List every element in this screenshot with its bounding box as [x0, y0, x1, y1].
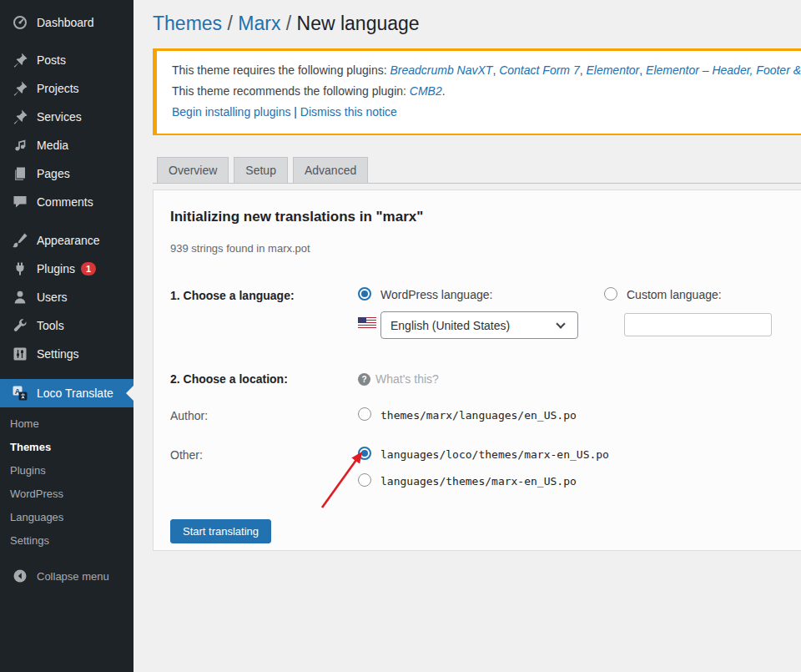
custom-language-input[interactable]	[624, 313, 772, 336]
recommends-text: This theme recommends the following plug…	[172, 84, 410, 98]
sidebar-item-users[interactable]: Users	[0, 283, 134, 311]
tools-icon	[12, 317, 28, 334]
menu-label: Services	[37, 110, 82, 124]
loco-translate-icon: A	[12, 385, 28, 402]
collapse-menu-button[interactable]: Collapse menu	[0, 564, 134, 588]
dashboard-icon	[12, 14, 28, 31]
whats-this-link[interactable]: ? What's this?	[358, 372, 439, 386]
sidebar-item-appearance[interactable]: Appearance	[0, 226, 134, 255]
plugin-link-cmb2[interactable]: CMB2	[410, 84, 442, 98]
plugins-icon	[12, 260, 28, 277]
start-translating-button[interactable]: Start translating	[170, 519, 271, 543]
wordpress-admin: Dashboard Posts Projects Services	[0, 0, 801, 672]
choose-language-label: 1. Choose a language:	[170, 289, 295, 302]
question-mark-icon: ?	[358, 373, 370, 386]
breadcrumb-link-themes[interactable]: Themes	[153, 13, 222, 34]
wordpress-language-radio[interactable]	[358, 287, 371, 301]
menu-label: Loco Translate	[37, 387, 113, 400]
active-menu-arrow	[126, 386, 134, 401]
pin-icon	[12, 80, 28, 97]
pin-icon	[12, 109, 28, 125]
menu-label: Projects	[37, 82, 79, 95]
collapse-label: Collapse menu	[37, 570, 109, 583]
other-location-radio-languages[interactable]	[358, 473, 371, 487]
author-location-path: themes/marx/languages/en_US.po	[380, 409, 577, 422]
menu-separator	[0, 368, 134, 379]
required-plugins-line: This theme requires the following plugin…	[172, 62, 801, 79]
custom-language-radio[interactable]	[604, 287, 617, 301]
comma: ,	[639, 63, 646, 77]
tab-advanced[interactable]: Advanced	[293, 157, 368, 184]
admin-sidebar: Dashboard Posts Projects Services	[0, 0, 134, 672]
plugin-link-elementor[interactable]: Elementor	[586, 63, 639, 77]
sidebar-item-pages[interactable]: Pages	[0, 159, 134, 188]
other-location-path-languages: languages/themes/marx-en_US.po	[380, 475, 577, 488]
tab-setup[interactable]: Setup	[234, 157, 288, 184]
breadcrumb: Themes / Marx / New language	[134, 0, 801, 35]
sidebar-item-plugins[interactable]: Plugins 1	[0, 255, 134, 283]
submenu-item-plugins[interactable]: Plugins	[0, 459, 134, 483]
menu-label: Appearance	[37, 234, 100, 247]
other-label: Other:	[170, 448, 203, 462]
new-language-panel: Initializing new translations in "marx" …	[153, 189, 801, 551]
strings-found-text: 939 strings found in marx.pot	[170, 242, 310, 255]
submenu-item-wordpress[interactable]: WordPress	[0, 483, 134, 506]
chevron-down-icon	[556, 319, 565, 328]
sidebar-item-dashboard[interactable]: Dashboard	[0, 8, 134, 37]
comments-icon	[12, 194, 28, 210]
sidebar-item-projects[interactable]: Projects	[0, 74, 134, 103]
panel-title: Initializing new translations in "marx"	[170, 209, 423, 225]
submenu-item-languages[interactable]: Languages	[0, 506, 134, 529]
plugin-link-elementor-hfb[interactable]: Elementor – Header, Footer & Blocks Te	[646, 63, 801, 77]
requires-text: This theme requires the following plugin…	[172, 63, 390, 77]
sidebar-item-tools[interactable]: Tools	[0, 311, 134, 340]
pin-icon	[12, 52, 28, 68]
plugin-link-contact-form-7[interactable]: Contact Form 7	[499, 63, 579, 77]
menu-label: Settings	[37, 347, 79, 361]
submenu-item-themes[interactable]: Themes	[0, 436, 134, 459]
tgmpa-plugin-notice: This theme requires the following plugin…	[153, 48, 801, 135]
begin-installing-plugins-link[interactable]: Begin installing plugins	[172, 105, 290, 119]
sidebar-item-settings[interactable]: Settings	[0, 340, 134, 368]
author-label: Author:	[170, 409, 208, 422]
menu-label: Media	[37, 139, 68, 152]
menu-separator	[0, 37, 134, 46]
sidebar-item-loco-translate[interactable]: A Loco Translate	[0, 379, 134, 407]
menu-label: Users	[37, 291, 68, 304]
collapse-icon	[12, 568, 28, 584]
recommended-plugin-line: This theme recommends the following plug…	[172, 83, 801, 100]
dismiss-notice-link[interactable]: Dismiss this notice	[300, 105, 397, 119]
sidebar-item-media[interactable]: Media	[0, 131, 134, 159]
other-location-radio-loco[interactable]	[358, 447, 371, 460]
loco-nav-tabs: Overview Setup Advanced	[153, 157, 801, 184]
menu-label: Posts	[37, 53, 66, 67]
sidebar-item-comments[interactable]: Comments	[0, 188, 134, 216]
page-title: New language	[297, 13, 420, 34]
breadcrumb-separator: /	[280, 13, 296, 34]
wordpress-language-label: WordPress language:	[380, 288, 492, 301]
users-icon	[12, 289, 28, 306]
language-select-value: English (United States)	[390, 319, 510, 332]
breadcrumb-separator: /	[222, 13, 238, 34]
breadcrumb-link-marx[interactable]: Marx	[238, 13, 280, 34]
author-location-radio[interactable]	[358, 407, 371, 421]
admin-content: Themes / Marx / New language This theme …	[134, 0, 801, 672]
notice-actions-line: Begin installing plugins | Dismiss this …	[172, 104, 801, 121]
submenu-item-settings[interactable]: Settings	[0, 529, 134, 553]
whats-this-text: What's this?	[375, 372, 439, 386]
sidebar-item-posts[interactable]: Posts	[0, 46, 134, 74]
menu-separator	[0, 216, 134, 226]
appearance-icon	[12, 232, 28, 249]
language-select[interactable]: English (United States)	[380, 311, 578, 339]
us-flag-icon	[358, 317, 376, 328]
plugin-link-breadcrumb-navxt[interactable]: Breadcrumb NavXT	[390, 63, 492, 77]
menu-label: Tools	[37, 319, 64, 332]
menu-label: Pages	[37, 167, 70, 180]
settings-icon	[12, 346, 28, 362]
submenu-item-home[interactable]: Home	[0, 412, 134, 436]
period: .	[442, 84, 446, 98]
sidebar-item-services[interactable]: Services	[0, 103, 134, 131]
menu-label: Comments	[37, 195, 93, 209]
tab-overview[interactable]: Overview	[157, 157, 229, 184]
admin-menu: Dashboard Posts Projects Services	[0, 0, 134, 588]
